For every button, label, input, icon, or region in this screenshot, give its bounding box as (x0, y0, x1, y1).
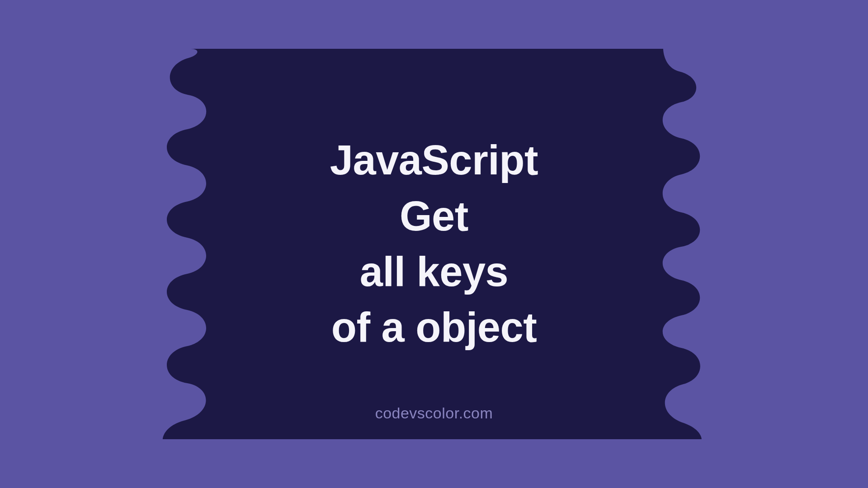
title-line-1: JavaScript (330, 132, 538, 188)
credit-text: codevscolor.com (87, 404, 781, 422)
title-line-4: of a object (330, 300, 538, 355)
title-line-2: Get (330, 188, 538, 244)
hero-title: JavaScript Get all keys of a object (330, 132, 538, 355)
title-block: JavaScript Get all keys of a object (87, 49, 781, 439)
title-line-3: all keys (330, 244, 538, 300)
canvas: JavaScript Get all keys of a object code… (0, 0, 868, 488)
hero-image: JavaScript Get all keys of a object code… (87, 49, 781, 439)
